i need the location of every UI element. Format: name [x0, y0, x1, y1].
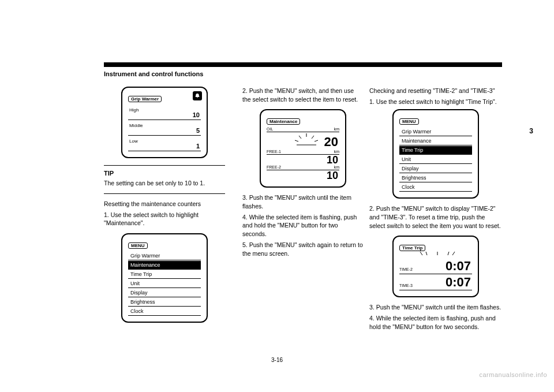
column-1: Grip Warmer High 10 Middle 5 Low 1 TIP: [104, 87, 225, 323]
maint-unit: km: [334, 127, 339, 131]
maint-label: FREE-2: [267, 165, 281, 169]
lcd-title-tag: Maintenance: [267, 118, 300, 125]
menu-item: Clock: [399, 183, 472, 192]
timetrip-row: TIME-2 0:07: [399, 258, 472, 274]
timetrip-row: TIME-3 0:07: [399, 274, 472, 290]
menu-item: Grip Warmer: [128, 252, 201, 260]
body-text: 2. Push the "MENU" switch, and then use …: [242, 87, 364, 103]
timetrip-value: 0:07: [446, 259, 471, 274]
menu-item: Brightness: [399, 174, 472, 182]
body-text: 2. Push the "MENU" switch to display "TI…: [369, 204, 502, 230]
maint-oil-value: 20: [324, 135, 338, 150]
lcd-menu-timetrip: MENU Grip Warmer Maintenance Time Trip U…: [392, 109, 479, 199]
menu-item: Maintenance: [399, 137, 472, 145]
lcd-maintenance: Maintenance OIL km 20 FREE-1 km: [260, 109, 346, 188]
step-text: 2. Push the "MENU" switch to display "TI…: [369, 204, 502, 230]
menu-item: Unit: [399, 155, 472, 164]
timetrip-label: TIME-2: [399, 267, 413, 271]
step-text: 1. Use the select switch to highlight "M…: [104, 211, 225, 227]
menu-item-selected: Time Trip: [399, 146, 472, 155]
svg-line-4: [315, 140, 318, 141]
subheading-reset: Resetting the maintenance counters: [104, 200, 225, 208]
step-text: 2. Push the "MENU" switch, and then use …: [242, 87, 364, 103]
step-text: 3. Push the "MENU" switch until the item…: [369, 303, 502, 312]
maint-unit: km: [334, 150, 339, 154]
grip-row-label: Middle: [129, 123, 143, 128]
column-2: 2. Push the "MENU" switch, and then use …: [242, 87, 364, 260]
svg-line-6: [420, 252, 422, 255]
menu-item: Brightness: [128, 298, 201, 307]
svg-line-2: [312, 136, 314, 139]
dial-ticks-icon: [292, 132, 321, 146]
subheading-timetrip: Checking and resetting "TIME-2" and "TIM…: [369, 87, 502, 95]
step-text: 3. Push the "MENU" switch until the item…: [242, 193, 364, 210]
tip-box: TIP The setting can be set only to 10 to…: [104, 165, 225, 194]
step-text: 5. Push the "MENU" switch again to retur…: [242, 241, 364, 257]
body-text: 3. Push the "MENU" switch until the item…: [242, 193, 364, 257]
menu-item: Display: [399, 165, 472, 173]
maint-row-oil: OIL km: [267, 127, 339, 132]
grip-row-value: 1: [196, 143, 200, 150]
grip-row-middle: Middle 5: [128, 121, 201, 136]
maint-oil-dial: 20: [267, 132, 339, 150]
body-text: Resetting the maintenance counters 1. Us…: [104, 200, 225, 227]
svg-line-3: [295, 140, 298, 141]
maint-label: FREE-1: [267, 150, 281, 154]
tip-text: The setting can be set only to 10 to 1.: [104, 179, 225, 188]
margin-chapter-marker: 3: [529, 127, 533, 135]
svg-line-1: [299, 136, 301, 139]
lcd-menu-maintenance: MENU Grip Warmer Maintenance Time Trip U…: [121, 233, 208, 323]
grip-row-high: High 10: [128, 106, 201, 120]
maint-free1-value: 10: [267, 155, 339, 165]
menu-item: Grip Warmer: [399, 128, 472, 136]
maint-row-free1: FREE-1 km: [267, 150, 339, 155]
step-text: 4. While the selected item is flashing, …: [369, 314, 502, 331]
grip-row-value: 10: [193, 111, 200, 118]
grip-row-label: High: [129, 107, 138, 113]
svg-line-10: [452, 252, 455, 255]
tip-label: TIP: [104, 168, 114, 179]
menu-item: Clock: [128, 307, 201, 316]
timetrip-value: 0:07: [446, 275, 471, 290]
menu-item: Unit: [128, 279, 201, 288]
lcd-title-tag: MENU: [128, 242, 148, 249]
menu-item: Display: [128, 289, 201, 297]
grip-row-label: Low: [129, 139, 138, 144]
page-number: 3-16: [271, 357, 283, 363]
maint-row-free2: FREE-2 km: [267, 165, 339, 170]
section-title: Instrument and control functions: [104, 70, 203, 77]
lcd-title-tag: Time Trip: [399, 245, 425, 251]
menu-item-selected: Maintenance: [128, 261, 201, 270]
body-text: 3. Push the "MENU" switch until the item…: [369, 303, 502, 331]
menu-item: Time Trip: [128, 270, 201, 279]
maint-free2-value: 10: [267, 170, 339, 181]
svg-line-9: [448, 252, 449, 255]
watermark: carmanualsonline.info: [479, 371, 547, 378]
dial-ticks-icon: [403, 252, 472, 256]
maint-label: OIL: [267, 127, 273, 131]
lcd-time-trip: Time Trip TIME-2 0:07 TIME-3 0:07: [392, 236, 479, 297]
step-text: 4. While the selected item is flashing, …: [242, 213, 364, 238]
grip-row-low: Low 1: [128, 137, 201, 151]
manual-page: Instrument and control functions Grip Wa…: [0, 0, 554, 392]
step-text: 1. Use the select switch to highlight "T…: [369, 98, 502, 106]
column-3: Checking and resetting "TIME-2" and "TIM…: [369, 87, 502, 334]
svg-line-7: [426, 252, 427, 255]
grip-row-value: 5: [196, 127, 200, 134]
lcd-grip-warmer: Grip Warmer High 10 Middle 5 Low 1: [121, 87, 208, 158]
timetrip-label: TIME-3: [399, 283, 413, 288]
maint-unit: km: [334, 165, 339, 169]
header-rule: [104, 62, 502, 67]
lcd-title-tag: Grip Warmer: [128, 96, 162, 102]
bell-icon: [193, 91, 202, 100]
body-text: Checking and resetting "TIME-2" and "TIM…: [369, 87, 502, 106]
lcd-title-tag: MENU: [399, 118, 419, 125]
